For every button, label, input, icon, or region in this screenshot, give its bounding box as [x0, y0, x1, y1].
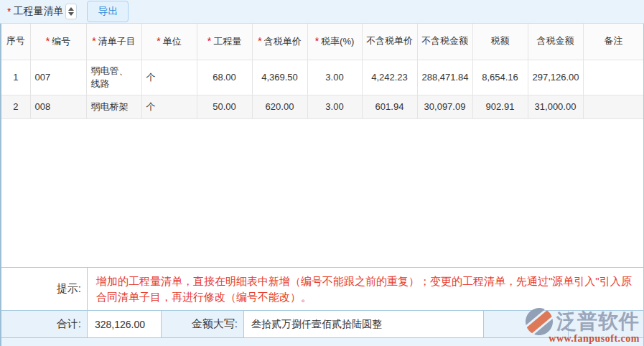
- cell[interactable]: 30,097.09: [417, 95, 472, 118]
- cell[interactable]: 008: [30, 95, 86, 118]
- total-row-spacer: [569, 311, 643, 337]
- table-row-2[interactable]: 2008弱电桥架个50.00620.003.00601.9430,097.099…: [1, 95, 643, 118]
- amount-words-label: 金额大写:: [162, 311, 244, 337]
- hint-row: 提示: 增加的工程量清单，直接在明细表中新增（编号不能跟之前的重复）；变更的工程…: [1, 267, 643, 310]
- column-label: 含税单价: [264, 36, 302, 47]
- total-row: 合计: 328,126.00 金额大写: 叁拾贰万捌仟壹佰贰拾陆圆整: [1, 310, 643, 337]
- quantity-table: 序号*编号*清单子目*单位*工程量*含税单价*税率(%)不含税单价不含税金额税额…: [1, 24, 643, 119]
- required-asterisk: *: [46, 35, 50, 47]
- cell[interactable]: 288,471.84: [417, 60, 472, 95]
- page: * 工程量清单 导出 序号*编号*清单子目*单位*工程量*含税单价*税率(%)不…: [0, 0, 644, 346]
- export-button[interactable]: 导出: [87, 1, 129, 22]
- hint-label: 提示:: [1, 268, 88, 310]
- required-asterisk: *: [7, 6, 11, 17]
- required-asterisk: *: [157, 35, 160, 47]
- table-row-1[interactable]: 1007弱电管、线路个68.004,369.503.004,242.23288,…: [1, 60, 643, 95]
- column-header-11: 备注: [583, 24, 643, 60]
- cell[interactable]: 4,369.50: [252, 60, 307, 95]
- column-label: 税率(%): [321, 36, 354, 47]
- total-row-spacer: [484, 311, 569, 337]
- column-header-6: *税率(%): [307, 24, 362, 60]
- column-label: 含税金额: [537, 35, 574, 46]
- column-label: 不含税金额: [421, 35, 468, 46]
- column-header-8: 不含税金额: [417, 24, 472, 60]
- total-label: 合计:: [1, 311, 88, 337]
- column-header-1: *编号: [30, 24, 86, 60]
- cell[interactable]: 68.00: [197, 60, 252, 95]
- spinner-up-icon[interactable]: [68, 7, 74, 11]
- cell[interactable]: [583, 60, 643, 95]
- column-header-7: 不含税单价: [362, 24, 417, 60]
- required-asterisk: *: [258, 35, 261, 47]
- amount-words-value: 叁拾贰万捌仟壹佰贰拾陆圆整: [244, 311, 484, 337]
- grid-area: 序号*编号*清单子目*单位*工程量*含税单价*税率(%)不含税单价不含税金额税额…: [1, 24, 643, 267]
- cell[interactable]: 50.00: [197, 95, 252, 118]
- spinner-down-icon[interactable]: [68, 12, 74, 16]
- toolbar: * 工程量清单 导出: [0, 0, 644, 24]
- cell[interactable]: 弱电桥架: [86, 95, 141, 118]
- column-label: 不含税单价: [366, 35, 413, 46]
- column-header-10: 含税金额: [528, 24, 583, 60]
- cell[interactable]: 31,000.00: [528, 95, 583, 118]
- required-asterisk: *: [315, 35, 319, 47]
- required-asterisk: *: [92, 35, 95, 47]
- hint-text: 增加的工程量清单，直接在明细表中新增（编号不能跟之前的重复）；变更的工程清单，先…: [88, 268, 643, 310]
- cell[interactable]: 297,126.00: [528, 60, 583, 95]
- cell[interactable]: 902.91: [472, 95, 528, 118]
- cell[interactable]: 个: [141, 95, 197, 118]
- field-spinner[interactable]: [65, 4, 77, 19]
- header-row: 序号*编号*清单子目*单位*工程量*含税单价*税率(%)不含税单价不含税金额税额…: [1, 24, 643, 60]
- cell[interactable]: 3.00: [307, 95, 362, 118]
- cell[interactable]: [583, 95, 643, 118]
- column-label: 备注: [604, 35, 622, 46]
- column-label: 税额: [491, 35, 510, 46]
- column-header-5: *含税单价: [252, 24, 307, 60]
- table-body: 1007弱电管、线路个68.004,369.503.004,242.23288,…: [1, 60, 643, 118]
- cell[interactable]: 1: [1, 60, 30, 95]
- cell[interactable]: 007: [30, 60, 86, 95]
- column-label: 工程量: [213, 36, 241, 47]
- column-header-9: 税额: [472, 24, 528, 60]
- cell[interactable]: 2: [1, 95, 30, 118]
- column-label: 编号: [52, 36, 70, 47]
- cell[interactable]: 620.00: [252, 95, 307, 118]
- column-header-3: *单位: [141, 24, 197, 60]
- required-asterisk: *: [207, 35, 211, 47]
- content-area: 序号*编号*清单子目*单位*工程量*含税单价*税率(%)不含税单价不含税金额税额…: [0, 24, 644, 346]
- column-header-4: *工程量: [197, 24, 252, 60]
- cell[interactable]: 4,242.23: [362, 60, 417, 95]
- cell[interactable]: 601.94: [362, 95, 417, 118]
- field-label: 工程量清单: [13, 5, 63, 18]
- cell[interactable]: 3.00: [307, 60, 362, 95]
- column-label: 清单子目: [98, 36, 136, 47]
- column-label: 单位: [163, 36, 182, 47]
- cell[interactable]: 个: [141, 60, 197, 95]
- bottom-strip: [1, 337, 643, 346]
- column-header-0: 序号: [1, 24, 30, 60]
- column-header-2: *清单子目: [86, 24, 141, 60]
- column-label: 序号: [6, 35, 25, 46]
- cell[interactable]: 弱电管、线路: [86, 60, 141, 95]
- cell[interactable]: 8,654.16: [472, 60, 528, 95]
- total-value: 328,126.00: [88, 311, 162, 337]
